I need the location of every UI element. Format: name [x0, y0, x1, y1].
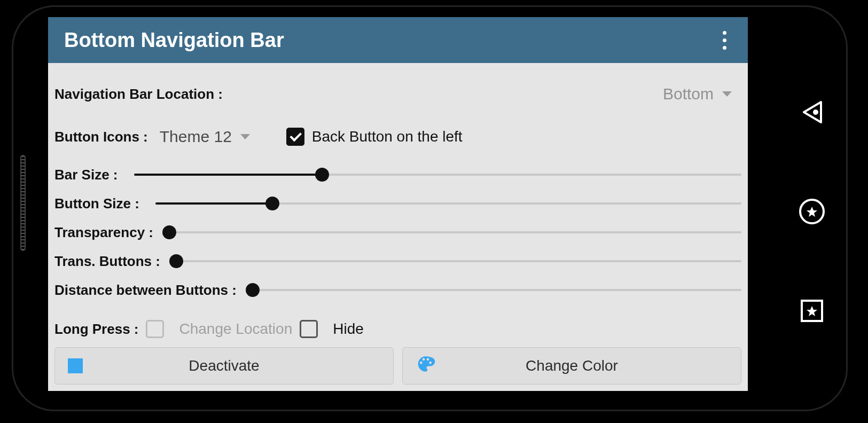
theme-dropdown[interactable]: Theme 12: [155, 126, 254, 148]
theme-value: Theme 12: [160, 128, 232, 146]
hide-checkbox[interactable]: [300, 320, 318, 338]
row-bar-size: Bar Size :: [54, 160, 741, 189]
change-color-button[interactable]: Change Color: [402, 347, 741, 385]
chevron-down-icon: [240, 134, 250, 139]
chevron-down-icon: [722, 91, 732, 97]
hide-label: Hide: [333, 320, 364, 338]
distance-label: Distance between Buttons :: [54, 282, 237, 299]
transparency-label: Transparency :: [54, 224, 153, 241]
back-left-label: Back Button on the left: [312, 128, 463, 145]
nav-home-button[interactable]: [797, 197, 827, 226]
change-color-label: Change Color: [403, 357, 741, 374]
row-long-press: Long Press : Change Location Hide: [54, 315, 741, 343]
svg-point-0: [813, 109, 818, 115]
app-bar: Bottom Navigation Bar: [48, 17, 748, 63]
trans-buttons-slider[interactable]: [176, 255, 741, 267]
nav-location-dropdown[interactable]: Bottom: [659, 83, 736, 105]
nav-location-value: Bottom: [663, 85, 714, 103]
distance-slider[interactable]: [253, 284, 741, 296]
nav-location-label: Navigation Bar Location :: [54, 86, 223, 103]
row-button-icons: Button Icons : Theme 12 Back Button on t…: [54, 123, 741, 151]
content-area: Navigation Bar Location : Bottom Button …: [48, 63, 748, 391]
trans-buttons-label: Trans. Buttons :: [54, 253, 160, 270]
row-nav-location: Navigation Bar Location : Bottom: [54, 80, 741, 108]
palette-icon: [416, 354, 436, 378]
app-screen: Bottom Navigation Bar Navigation Bar Loc…: [48, 17, 748, 391]
deactivate-label: Deactivate: [55, 357, 393, 374]
button-row: Deactivate Change Color: [54, 343, 741, 391]
long-press-label: Long Press :: [54, 321, 138, 338]
button-icons-label: Button Icons :: [54, 129, 148, 145]
bar-size-label: Bar Size :: [54, 167, 118, 183]
deactivate-button[interactable]: Deactivate: [54, 347, 394, 385]
back-left-checkbox[interactable]: [286, 128, 304, 146]
svg-marker-2: [807, 207, 817, 217]
device-speaker: [20, 155, 26, 251]
bar-size-slider[interactable]: [134, 169, 742, 181]
page-title: Bottom Navigation Bar: [64, 29, 284, 52]
row-button-size: Button Size :: [54, 189, 741, 218]
change-location-label: Change Location: [179, 320, 292, 338]
button-size-label: Button Size :: [54, 195, 139, 212]
row-trans-buttons: Trans. Buttons :: [54, 247, 741, 276]
nav-back-button[interactable]: [797, 97, 827, 127]
svg-marker-4: [807, 306, 817, 316]
square-icon: [68, 358, 83, 373]
button-size-slider[interactable]: [155, 198, 741, 209]
transparency-slider[interactable]: [169, 226, 741, 238]
slider-group: Bar Size : Button Size : Transparency : …: [54, 160, 741, 304]
overflow-menu-icon[interactable]: [717, 26, 732, 55]
device-nav-strip: [756, 0, 868, 423]
row-distance: Distance between Buttons :: [54, 276, 741, 304]
nav-recents-button[interactable]: [797, 296, 827, 326]
change-location-checkbox: [146, 320, 164, 338]
row-transparency: Transparency :: [54, 218, 741, 247]
